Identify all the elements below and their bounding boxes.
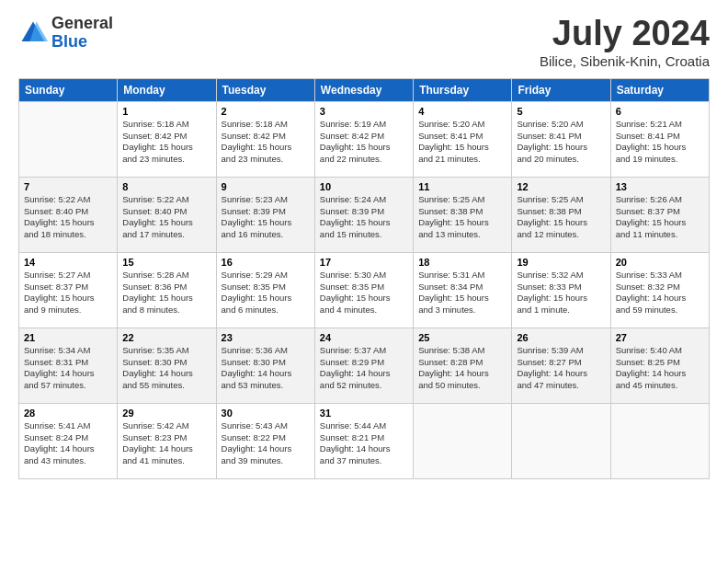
day-number: 8: [122, 181, 210, 192]
day-info: Sunrise: 5:44 AM Sunset: 8:21 PM Dayligh…: [320, 420, 408, 467]
calendar-day: 8Sunrise: 5:22 AM Sunset: 8:40 PM Daylig…: [118, 177, 216, 252]
calendar-title: July 2024: [540, 15, 710, 53]
calendar-day: 4Sunrise: 5:20 AM Sunset: 8:41 PM Daylig…: [414, 101, 512, 177]
calendar-header: Sunday Monday Tuesday Wednesday Thursday…: [19, 78, 710, 101]
calendar-day: 11Sunrise: 5:25 AM Sunset: 8:38 PM Dayli…: [414, 177, 512, 252]
title-block: July 2024 Bilice, Sibenik-Knin, Croatia: [540, 15, 710, 69]
logo: General Blue: [18, 15, 113, 52]
day-number: 30: [222, 408, 310, 419]
header-friday: Friday: [512, 78, 610, 101]
calendar-day: 25Sunrise: 5:38 AM Sunset: 8:28 PM Dayli…: [414, 327, 512, 403]
calendar-day: 12Sunrise: 5:25 AM Sunset: 8:38 PM Dayli…: [512, 177, 610, 252]
calendar-day: 13Sunrise: 5:26 AM Sunset: 8:37 PM Dayli…: [610, 177, 709, 252]
day-number: 12: [517, 181, 605, 192]
logo-text: General Blue: [51, 15, 113, 52]
day-number: 4: [418, 106, 506, 117]
calendar-day: 16Sunrise: 5:29 AM Sunset: 8:35 PM Dayli…: [216, 252, 314, 327]
day-number: 11: [418, 181, 506, 192]
day-info: Sunrise: 5:22 AM Sunset: 8:40 PM Dayligh…: [122, 194, 210, 241]
day-number: 3: [320, 106, 408, 117]
day-info: Sunrise: 5:23 AM Sunset: 8:39 PM Dayligh…: [222, 194, 310, 241]
day-info: Sunrise: 5:20 AM Sunset: 8:41 PM Dayligh…: [517, 119, 605, 166]
day-number: 16: [222, 257, 310, 268]
day-number: 10: [320, 181, 408, 192]
day-info: Sunrise: 5:42 AM Sunset: 8:23 PM Dayligh…: [122, 420, 210, 467]
day-number: 5: [517, 106, 605, 117]
header-thursday: Thursday: [414, 78, 512, 101]
calendar-day: 27Sunrise: 5:40 AM Sunset: 8:25 PM Dayli…: [610, 327, 709, 403]
day-info: Sunrise: 5:28 AM Sunset: 8:36 PM Dayligh…: [122, 270, 210, 316]
day-number: 1: [122, 106, 210, 117]
day-number: 17: [320, 257, 408, 268]
calendar-subtitle: Bilice, Sibenik-Knin, Croatia: [540, 53, 710, 69]
day-info: Sunrise: 5:24 AM Sunset: 8:39 PM Dayligh…: [320, 194, 408, 241]
day-number: 31: [320, 408, 408, 419]
day-number: 19: [517, 257, 605, 268]
logo-general-text: General: [51, 14, 113, 32]
header-monday: Monday: [118, 78, 216, 101]
day-info: Sunrise: 5:36 AM Sunset: 8:30 PM Dayligh…: [222, 345, 310, 392]
day-info: Sunrise: 5:41 AM Sunset: 8:24 PM Dayligh…: [24, 420, 112, 467]
day-info: Sunrise: 5:33 AM Sunset: 8:32 PM Dayligh…: [616, 270, 704, 316]
calendar-body: 1Sunrise: 5:18 AM Sunset: 8:42 PM Daylig…: [19, 101, 710, 478]
calendar-week-4: 21Sunrise: 5:34 AM Sunset: 8:31 PM Dayli…: [19, 327, 710, 403]
calendar-day: 23Sunrise: 5:36 AM Sunset: 8:30 PM Dayli…: [216, 327, 314, 403]
calendar-day: 21Sunrise: 5:34 AM Sunset: 8:31 PM Dayli…: [19, 327, 118, 403]
day-number: 24: [320, 332, 408, 343]
calendar-day: 19Sunrise: 5:32 AM Sunset: 8:33 PM Dayli…: [512, 252, 610, 327]
day-info: Sunrise: 5:38 AM Sunset: 8:28 PM Dayligh…: [418, 345, 506, 392]
day-info: Sunrise: 5:35 AM Sunset: 8:30 PM Dayligh…: [122, 345, 210, 392]
day-number: 7: [24, 181, 112, 192]
calendar-day: 24Sunrise: 5:37 AM Sunset: 8:29 PM Dayli…: [314, 327, 413, 403]
calendar-week-3: 14Sunrise: 5:27 AM Sunset: 8:37 PM Dayli…: [19, 252, 710, 327]
day-info: Sunrise: 5:26 AM Sunset: 8:37 PM Dayligh…: [616, 194, 704, 241]
page: General Blue July 2024 Bilice, Sibenik-K…: [0, 0, 728, 563]
calendar-day: 10Sunrise: 5:24 AM Sunset: 8:39 PM Dayli…: [314, 177, 413, 252]
calendar-day: 17Sunrise: 5:30 AM Sunset: 8:35 PM Dayli…: [314, 252, 413, 327]
calendar-day: 9Sunrise: 5:23 AM Sunset: 8:39 PM Daylig…: [216, 177, 314, 252]
day-number: 28: [24, 408, 112, 419]
calendar-day: 28Sunrise: 5:41 AM Sunset: 8:24 PM Dayli…: [19, 403, 118, 478]
calendar-day: 5Sunrise: 5:20 AM Sunset: 8:41 PM Daylig…: [512, 101, 610, 177]
calendar-day: 15Sunrise: 5:28 AM Sunset: 8:36 PM Dayli…: [118, 252, 216, 327]
header-wednesday: Wednesday: [314, 78, 413, 101]
calendar-day: 26Sunrise: 5:39 AM Sunset: 8:27 PM Dayli…: [512, 327, 610, 403]
calendar-day: [512, 403, 610, 478]
calendar-week-5: 28Sunrise: 5:41 AM Sunset: 8:24 PM Dayli…: [19, 403, 710, 478]
day-number: 22: [122, 332, 210, 343]
day-number: 25: [418, 332, 506, 343]
calendar-day: [19, 101, 118, 177]
day-number: 20: [616, 257, 704, 268]
header-row: Sunday Monday Tuesday Wednesday Thursday…: [19, 78, 710, 101]
day-info: Sunrise: 5:32 AM Sunset: 8:33 PM Dayligh…: [517, 270, 605, 316]
day-info: Sunrise: 5:21 AM Sunset: 8:41 PM Dayligh…: [616, 119, 704, 166]
calendar-week-1: 1Sunrise: 5:18 AM Sunset: 8:42 PM Daylig…: [19, 101, 710, 177]
day-info: Sunrise: 5:29 AM Sunset: 8:35 PM Dayligh…: [222, 270, 310, 316]
day-number: 2: [222, 106, 310, 117]
day-info: Sunrise: 5:25 AM Sunset: 8:38 PM Dayligh…: [517, 194, 605, 241]
calendar-day: 2Sunrise: 5:18 AM Sunset: 8:42 PM Daylig…: [216, 101, 314, 177]
calendar-day: 3Sunrise: 5:19 AM Sunset: 8:42 PM Daylig…: [314, 101, 413, 177]
logo-blue-text: Blue: [51, 32, 87, 51]
day-info: Sunrise: 5:19 AM Sunset: 8:42 PM Dayligh…: [320, 119, 408, 166]
day-number: 6: [616, 106, 704, 117]
calendar-week-2: 7Sunrise: 5:22 AM Sunset: 8:40 PM Daylig…: [19, 177, 710, 252]
calendar-day: 31Sunrise: 5:44 AM Sunset: 8:21 PM Dayli…: [314, 403, 413, 478]
day-number: 21: [24, 332, 112, 343]
calendar-day: [610, 403, 709, 478]
day-number: 23: [222, 332, 310, 343]
calendar-day: 29Sunrise: 5:42 AM Sunset: 8:23 PM Dayli…: [118, 403, 216, 478]
day-info: Sunrise: 5:31 AM Sunset: 8:34 PM Dayligh…: [418, 270, 506, 316]
day-info: Sunrise: 5:27 AM Sunset: 8:37 PM Dayligh…: [24, 270, 112, 316]
calendar-table: Sunday Monday Tuesday Wednesday Thursday…: [18, 78, 710, 479]
calendar-day: 20Sunrise: 5:33 AM Sunset: 8:32 PM Dayli…: [610, 252, 709, 327]
calendar-day: 1Sunrise: 5:18 AM Sunset: 8:42 PM Daylig…: [118, 101, 216, 177]
day-number: 9: [222, 181, 310, 192]
header-tuesday: Tuesday: [216, 78, 314, 101]
day-info: Sunrise: 5:20 AM Sunset: 8:41 PM Dayligh…: [418, 119, 506, 166]
day-number: 27: [616, 332, 704, 343]
day-info: Sunrise: 5:18 AM Sunset: 8:42 PM Dayligh…: [122, 119, 210, 166]
day-number: 18: [418, 257, 506, 268]
day-number: 15: [122, 257, 210, 268]
day-info: Sunrise: 5:34 AM Sunset: 8:31 PM Dayligh…: [24, 345, 112, 392]
